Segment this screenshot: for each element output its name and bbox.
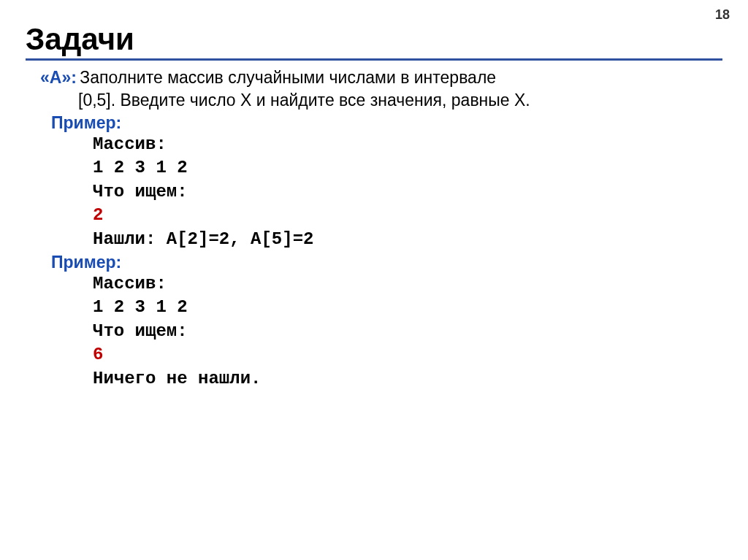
- task-text-line1: Заполните массив случайными числами в ин…: [80, 68, 496, 87]
- example2-line5: Ничего не нашли.: [93, 367, 722, 391]
- task-description: «A»: Заполните массив случайными числами…: [40, 66, 722, 89]
- example2-input: 6: [93, 343, 722, 367]
- example2-line3: Что ищем:: [93, 320, 722, 343]
- example1-line5: Нашли: A[2]=2, A[5]=2: [93, 228, 722, 251]
- task-text-line2: [0,5]. Введите число X и найдите все зна…: [78, 89, 722, 112]
- example1-input: 2: [93, 204, 722, 227]
- task-label: «A»:: [40, 68, 77, 87]
- example1-line2: 1 2 3 1 2: [93, 156, 722, 180]
- page-number: 18: [715, 7, 730, 23]
- page-title: Задачи: [26, 22, 722, 61]
- example2-label: Пример:: [51, 253, 722, 272]
- example1-label: Пример:: [51, 113, 722, 133]
- example2-line2: 1 2 3 1 2: [93, 296, 722, 319]
- example1-line3: Что ищем:: [93, 180, 722, 204]
- example1-line1: Массив:: [93, 133, 722, 156]
- example2-line1: Массив:: [93, 272, 722, 296]
